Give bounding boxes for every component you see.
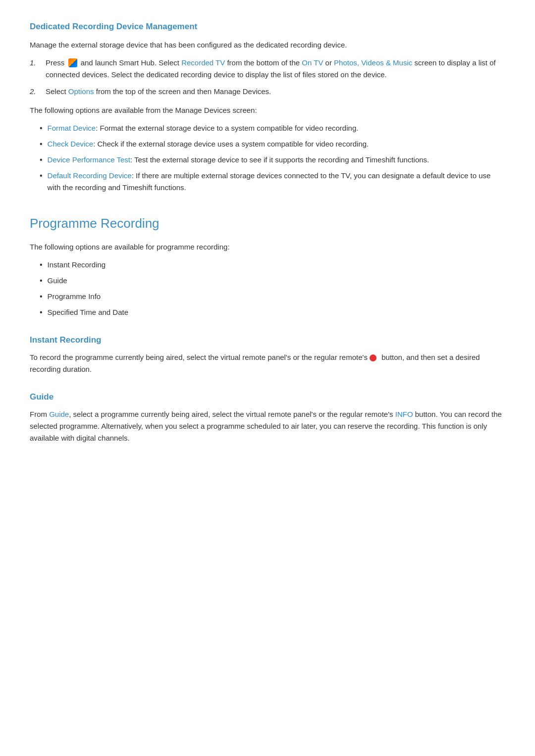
- instant-recording-text: To record the programme currently being …: [30, 352, 505, 375]
- smarthub-icon: [68, 58, 77, 67]
- steps-list: 1. Press and launch Smart Hub. Select Re…: [30, 57, 505, 98]
- dedicated-recording-heading: Dedicated Recording Device Management: [30, 20, 505, 33]
- step-2-num: 2.: [30, 86, 46, 98]
- programme-recording-section: Programme Recording The following option…: [30, 213, 505, 318]
- instant-recording-section: Instant Recording To record the programm…: [30, 333, 505, 375]
- manage-devices-options: Format Device: Format the external stora…: [30, 122, 505, 194]
- info-link: INFO: [395, 410, 413, 418]
- check-device-item: Check Device: Check if the external stor…: [40, 138, 505, 150]
- guide-heading: Guide: [30, 390, 505, 403]
- format-device-content: Format Device: Format the external stora…: [48, 122, 359, 134]
- specified-time-item: Specified Time and Date: [40, 306, 505, 318]
- step-2-content: Select Options from the top of the scree…: [46, 86, 505, 98]
- check-device-label: Check Device: [48, 140, 94, 148]
- guide-link: Guide: [49, 410, 69, 418]
- step-1-content: Press and launch Smart Hub. Select Recor…: [46, 57, 505, 81]
- check-device-content: Check Device: Check if the external stor…: [48, 138, 369, 150]
- instant-recording-label: Instant Recording: [48, 259, 106, 271]
- guide-text: From Guide, select a programme currently…: [30, 408, 505, 444]
- default-recording-item: Default Recording Device: If there are m…: [40, 170, 505, 194]
- programme-recording-heading: Programme Recording: [30, 213, 505, 234]
- photos-videos-music-link: Photos, Videos & Music: [334, 58, 412, 67]
- step-2: 2. Select Options from the top of the sc…: [30, 86, 505, 98]
- dedicated-recording-section: Dedicated Recording Device Management Ma…: [30, 20, 505, 194]
- specified-time-label: Specified Time and Date: [48, 306, 128, 318]
- guide-item: Guide: [40, 275, 505, 287]
- guide-label: Guide: [48, 275, 67, 287]
- manage-devices-intro: The following options are available from…: [30, 104, 505, 116]
- programme-recording-items: Instant Recording Guide Programme Info S…: [30, 259, 505, 318]
- red-dot-icon: [370, 354, 376, 361]
- format-device-item: Format Device: Format the external stora…: [40, 122, 505, 134]
- programme-info-item: Programme Info: [40, 291, 505, 302]
- format-device-label: Format Device: [48, 124, 96, 132]
- step-1: 1. Press and launch Smart Hub. Select Re…: [30, 57, 505, 81]
- step-1-num: 1.: [30, 57, 46, 69]
- device-performance-label: Device Performance Test: [48, 155, 130, 164]
- recorded-tv-link: Recorded TV: [181, 58, 225, 67]
- dedicated-recording-intro: Manage the external storage device that …: [30, 39, 505, 51]
- device-performance-content: Device Performance Test: Test the extern…: [48, 154, 429, 166]
- instant-recording-item: Instant Recording: [40, 259, 505, 271]
- instant-recording-heading: Instant Recording: [30, 333, 505, 347]
- programme-info-label: Programme Info: [48, 291, 101, 302]
- programme-recording-intro: The following options are available for …: [30, 241, 505, 253]
- default-recording-label: Default Recording Device: [48, 171, 132, 180]
- device-performance-item: Device Performance Test: Test the extern…: [40, 154, 505, 166]
- guide-section: Guide From Guide, select a programme cur…: [30, 390, 505, 444]
- options-link: Options: [68, 87, 94, 96]
- on-tv-link: On TV: [302, 58, 323, 67]
- default-recording-content: Default Recording Device: If there are m…: [48, 170, 505, 194]
